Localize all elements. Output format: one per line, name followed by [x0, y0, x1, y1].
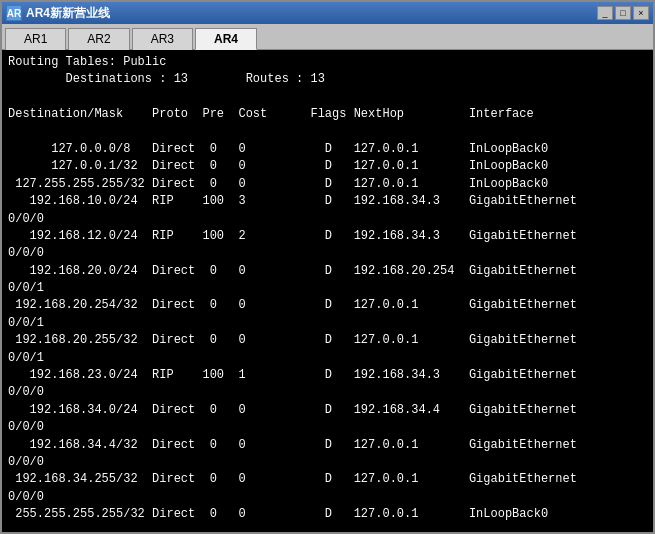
terminal-output[interactable]: Routing Tables: Public Destinations : 13… — [2, 50, 653, 532]
tab-ar1[interactable]: AR1 — [5, 28, 66, 50]
maximize-button[interactable]: □ — [615, 6, 631, 20]
app-icon: AR — [6, 5, 22, 21]
minimize-button[interactable]: _ — [597, 6, 613, 20]
title-bar-left: AR AR4新新营业线 — [6, 5, 110, 22]
window-title: AR4新新营业线 — [26, 5, 110, 22]
tab-bar: AR1 AR2 AR3 AR4 — [2, 24, 653, 50]
tab-ar2[interactable]: AR2 — [68, 28, 129, 50]
title-bar: AR AR4新新营业线 _ □ × — [2, 2, 653, 24]
window-controls: _ □ × — [597, 6, 649, 20]
close-button[interactable]: × — [633, 6, 649, 20]
tab-ar4[interactable]: AR4 — [195, 28, 257, 50]
tab-ar3[interactable]: AR3 — [132, 28, 193, 50]
main-window: AR AR4新新营业线 _ □ × AR1 AR2 AR3 AR4 Routin… — [0, 0, 655, 534]
